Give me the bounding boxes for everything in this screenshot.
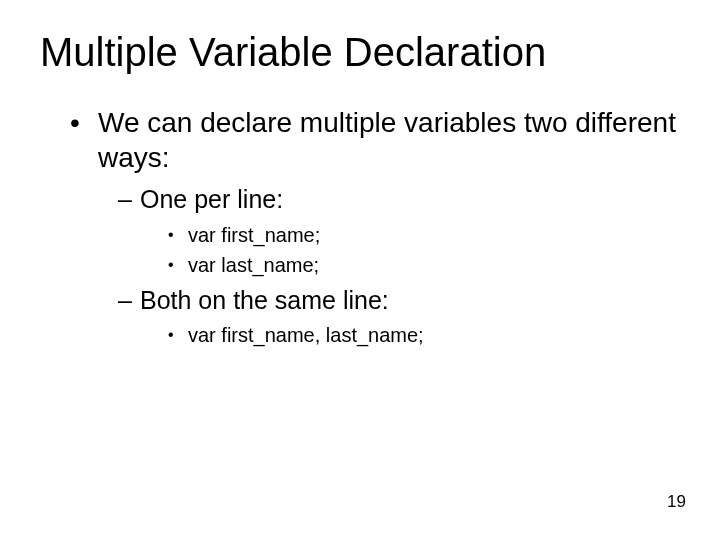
list-item: One per line: var first_name; var last_n… xyxy=(118,183,680,278)
bullet-text: We can declare multiple variables two di… xyxy=(98,107,676,173)
bullet-list-level2: One per line: var first_name; var last_n… xyxy=(118,183,680,348)
list-item: var first_name, last_name; xyxy=(168,322,680,348)
page-number: 19 xyxy=(667,492,686,512)
code-text: var last_name; xyxy=(188,254,319,276)
bullet-list-level1: We can declare multiple variables two di… xyxy=(70,105,680,348)
bullet-text: One per line: xyxy=(140,185,283,213)
bullet-list-level3: var first_name, last_name; xyxy=(168,322,680,348)
slide-title: Multiple Variable Declaration xyxy=(40,30,680,75)
list-item: We can declare multiple variables two di… xyxy=(70,105,680,348)
code-text: var first_name, last_name; xyxy=(188,324,424,346)
list-item: var last_name; xyxy=(168,252,680,278)
slide: Multiple Variable Declaration We can dec… xyxy=(0,0,720,540)
bullet-list-level3: var first_name; var last_name; xyxy=(168,222,680,278)
list-item: var first_name; xyxy=(168,222,680,248)
bullet-text: Both on the same line: xyxy=(140,286,389,314)
list-item: Both on the same line: var first_name, l… xyxy=(118,284,680,349)
code-text: var first_name; xyxy=(188,224,320,246)
